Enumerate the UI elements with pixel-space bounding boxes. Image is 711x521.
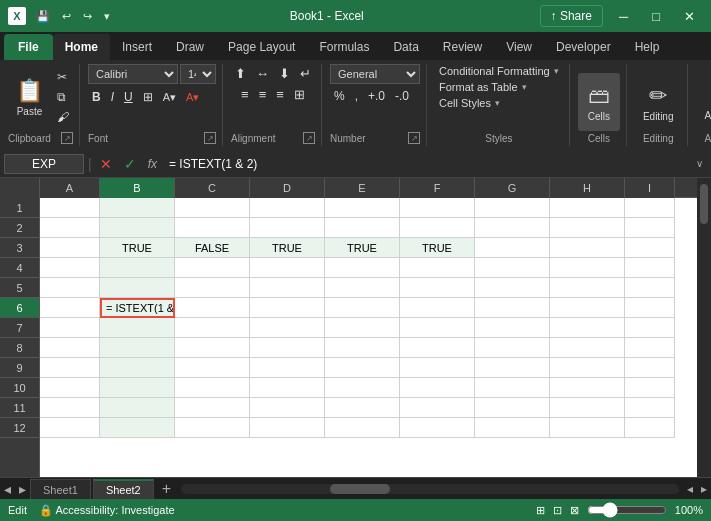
cell-G8[interactable] [475,338,550,358]
cell-G11[interactable] [475,398,550,418]
col-header-B[interactable]: B [100,178,175,198]
sheet-nav-prev[interactable]: ◂ [0,481,15,497]
add-sheet-button[interactable]: + [156,480,177,498]
col-header-H[interactable]: H [550,178,625,198]
minimize-btn[interactable]: ─ [611,7,636,26]
undo-qa-btn[interactable]: ↩ [58,8,75,25]
align-bottom-button[interactable]: ⬇ [275,64,294,83]
cell-A4[interactable] [40,258,100,278]
cell-C4[interactable] [175,258,250,278]
cell-D1[interactable] [250,198,325,218]
cell-H5[interactable] [550,278,625,298]
cell-B7[interactable] [100,318,175,338]
cell-F10[interactable] [400,378,475,398]
cancel-formula-button[interactable]: ✕ [96,154,116,174]
cell-G10[interactable] [475,378,550,398]
comma-button[interactable]: , [351,86,362,106]
scroll-left-btn[interactable]: ◂ [683,482,697,496]
save-qa-btn[interactable]: 💾 [32,8,54,25]
cell-E9[interactable] [325,358,400,378]
col-header-G[interactable]: G [475,178,550,198]
row-7-num[interactable]: 7 [0,318,39,338]
tab-help[interactable]: Help [623,34,672,60]
cell-H6[interactable] [550,298,625,318]
cell-E1[interactable] [325,198,400,218]
cell-D9[interactable] [250,358,325,378]
cell-A11[interactable] [40,398,100,418]
cell-I1[interactable] [625,198,675,218]
font-size-select[interactable]: 14 [180,64,216,84]
cell-D6[interactable] [250,298,325,318]
cell-D5[interactable] [250,278,325,298]
cell-B12[interactable] [100,418,175,438]
cell-I5[interactable] [625,278,675,298]
cell-D12[interactable] [250,418,325,438]
cell-B6[interactable]: = ISTEXT(1 & 2) [100,298,175,318]
col-header-A[interactable]: A [40,178,100,198]
cell-A5[interactable] [40,278,100,298]
cell-B8[interactable] [100,338,175,358]
cell-F5[interactable] [400,278,475,298]
cell-G5[interactable] [475,278,550,298]
cell-D2[interactable] [250,218,325,238]
cell-H2[interactable] [550,218,625,238]
cell-B4[interactable] [100,258,175,278]
decrease-decimal-button[interactable]: -.0 [391,86,413,106]
col-header-I[interactable]: I [625,178,675,198]
tab-data[interactable]: Data [381,34,430,60]
align-right-button[interactable]: ≡ [272,85,288,104]
bold-button[interactable]: B [88,87,105,107]
cell-B3[interactable]: TRUE [100,238,175,258]
cell-E8[interactable] [325,338,400,358]
row-11-num[interactable]: 11 [0,398,39,418]
italic-button[interactable]: I [107,87,118,107]
cell-A6[interactable] [40,298,100,318]
row-5-num[interactable]: 5 [0,278,39,298]
sheet-tab-2[interactable]: Sheet2 [93,479,154,499]
cell-C9[interactable] [175,358,250,378]
cell-F8[interactable] [400,338,475,358]
cell-D4[interactable] [250,258,325,278]
cell-D11[interactable] [250,398,325,418]
tab-developer[interactable]: Developer [544,34,623,60]
cell-D8[interactable] [250,338,325,358]
row-4-num[interactable]: 4 [0,258,39,278]
cell-I12[interactable] [625,418,675,438]
cell-B11[interactable] [100,398,175,418]
col-header-D[interactable]: D [250,178,325,198]
cell-C2[interactable] [175,218,250,238]
name-box[interactable] [4,154,84,174]
more-qa-btn[interactable]: ▾ [100,8,114,25]
zoom-slider[interactable] [587,502,667,518]
row-10-num[interactable]: 10 [0,378,39,398]
cell-I11[interactable] [625,398,675,418]
cell-E12[interactable] [325,418,400,438]
cell-F1[interactable] [400,198,475,218]
vertical-scrollbar[interactable] [697,178,711,477]
cell-D10[interactable] [250,378,325,398]
tab-draw[interactable]: Draw [164,34,216,60]
cell-C10[interactable] [175,378,250,398]
cell-G6[interactable] [475,298,550,318]
maximize-btn[interactable]: □ [644,7,668,26]
cell-C3[interactable]: FALSE [175,238,250,258]
cell-G9[interactable] [475,358,550,378]
formula-expand-button[interactable]: ∨ [692,156,707,171]
cell-H3[interactable] [550,238,625,258]
cell-H4[interactable] [550,258,625,278]
cell-F6[interactable] [400,298,475,318]
tab-file[interactable]: File [4,34,53,60]
clipboard-dialog-launcher[interactable]: ↗ [61,132,73,144]
copy-button[interactable]: ⧉ [53,88,73,106]
border-button[interactable]: ⊞ [139,87,157,107]
scroll-right-btn[interactable]: ▸ [697,482,711,496]
row-6-num[interactable]: 6 [0,298,39,318]
number-format-select[interactable]: General [330,64,420,84]
cell-C6[interactable] [175,298,250,318]
cell-I7[interactable] [625,318,675,338]
cell-A12[interactable] [40,418,100,438]
tab-view[interactable]: View [494,34,544,60]
cell-H1[interactable] [550,198,625,218]
row-9-num[interactable]: 9 [0,358,39,378]
align-left-button[interactable]: ≡ [237,85,253,104]
